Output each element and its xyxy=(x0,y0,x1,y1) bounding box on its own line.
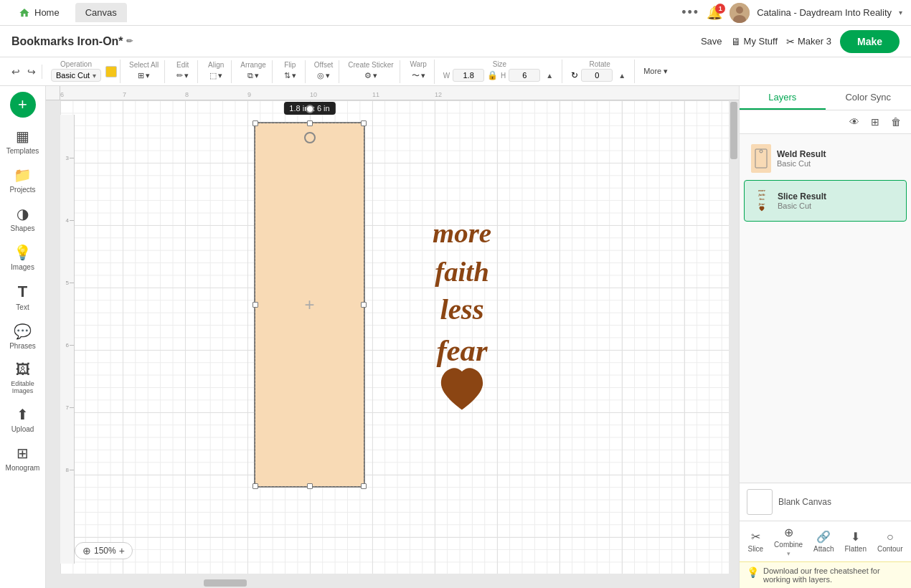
left-tick-3: 3 xyxy=(70,158,74,158)
width-input[interactable] xyxy=(453,69,484,82)
height-input[interactable] xyxy=(509,69,540,82)
templates-label: Templates xyxy=(6,147,39,155)
rotate-input[interactable] xyxy=(581,69,613,82)
blank-canvas-swatch[interactable] xyxy=(747,489,773,515)
layer-item-slice[interactable]: more faith less fear Slice Result Basic … xyxy=(744,180,907,222)
edit-title-icon[interactable]: ✏ xyxy=(126,37,133,46)
sidebar-item-editable-images[interactable]: 🖼 Editable Images xyxy=(3,357,43,399)
home-icon xyxy=(19,7,30,19)
redo-button[interactable]: ↪ xyxy=(24,65,39,79)
offset-chevron: ▾ xyxy=(326,71,330,80)
sidebar-item-projects[interactable]: 📁 Projects xyxy=(3,162,43,198)
notifications-button[interactable]: 🔔 1 xyxy=(707,5,722,21)
arrange-button[interactable]: ⧉ ▾ xyxy=(245,70,262,82)
rotate-up[interactable]: ▲ xyxy=(615,70,628,81)
handle-bottom-left[interactable] xyxy=(252,483,258,489)
rotate-label: Rotate xyxy=(589,61,610,68)
layer-info-weld: Weld Result Basic Cut xyxy=(777,149,900,168)
sidebar-item-images[interactable]: 💡 Images xyxy=(3,240,43,275)
contour-tool[interactable]: ○ Contour xyxy=(877,531,903,553)
warp-icon: 〜 xyxy=(412,70,420,81)
zoom-target-button[interactable]: ⊕ xyxy=(82,545,91,556)
attach-tool[interactable]: 🔗 Attach xyxy=(813,530,834,553)
vertical-scroll-thumb[interactable] xyxy=(730,102,737,159)
align-group: Align ⬚ ▾ xyxy=(201,60,232,83)
align-button[interactable]: ⬚ ▾ xyxy=(207,70,225,82)
undo-button[interactable]: ↩ xyxy=(9,65,23,79)
sidebar-item-phrases[interactable]: 💬 Phrases xyxy=(3,318,43,354)
ruler-tick-11: 11 xyxy=(372,91,435,98)
flatten-tool[interactable]: ⬇ Flatten xyxy=(844,530,867,553)
text-icon: T xyxy=(18,283,27,301)
horizontal-scrollbar[interactable] xyxy=(60,578,729,588)
new-button[interactable]: + xyxy=(10,92,36,118)
zoom-in-button[interactable]: + xyxy=(119,545,125,556)
combine-tool[interactable]: ⊕ Combine ▾ xyxy=(774,526,803,557)
operation-group: Operation Basic Cut ▾ xyxy=(45,60,121,83)
operation-select[interactable]: Basic Cut ▾ xyxy=(51,69,101,82)
flip-button[interactable]: ⇅ ▾ xyxy=(281,70,299,82)
sidebar-item-upload[interactable]: ⬆ Upload xyxy=(3,402,43,437)
sidebar-item-templates[interactable]: ▦ Templates xyxy=(3,123,43,159)
create-sticker-button[interactable]: ⚙ ▾ xyxy=(362,70,380,82)
flip-icon: ⇅ xyxy=(284,71,291,80)
sidebar-item-monogram[interactable]: ⊞ Monogram xyxy=(3,440,43,476)
text-design[interactable]: more faith less fear xyxy=(412,201,512,447)
offset-icon: ◎ xyxy=(317,71,324,80)
title-bar: Bookmarks Iron-On* ✏ Save 🖥 My Stuff ✂ M… xyxy=(0,26,911,57)
layer-thumb-weld-svg xyxy=(754,148,768,169)
tab-layers[interactable]: Layers xyxy=(740,86,826,110)
bookmark-container[interactable]: 1.8 in x 6 in + xyxy=(254,122,365,488)
sidebar-item-shapes[interactable]: ◑ Shapes xyxy=(3,201,43,237)
handle-top-left[interactable] xyxy=(252,120,258,126)
vertical-scrollbar[interactable] xyxy=(729,100,739,578)
right-panel: Layers Color Sync 👁 ⊞ 🗑 Weld Result xyxy=(739,86,911,588)
handle-bottom-right[interactable] xyxy=(361,483,367,489)
color-swatch[interactable] xyxy=(105,66,117,77)
home-tab[interactable]: Home xyxy=(9,3,70,23)
user-avatar[interactable] xyxy=(730,3,750,23)
handle-bottom-mid[interactable] xyxy=(307,483,313,489)
combine-chevron: ▾ xyxy=(787,550,790,557)
warp-button[interactable]: 〜 ▾ xyxy=(409,69,428,82)
height-up[interactable]: ▲ xyxy=(543,70,556,81)
lock-icon[interactable]: 🔒 xyxy=(487,70,498,80)
layer-item-weld[interactable]: Weld Result Basic Cut xyxy=(744,138,907,179)
make-button[interactable]: Make xyxy=(840,30,900,53)
zoom-level: 150% xyxy=(94,546,116,556)
handle-top-mid[interactable] xyxy=(307,120,313,126)
bookmark-shape[interactable]: + xyxy=(254,122,365,488)
operation-item: Operation Basic Cut ▾ xyxy=(48,60,104,83)
edit-item: Edit ✏ ▾ xyxy=(171,60,194,83)
sidebar-item-text[interactable]: T Text xyxy=(3,278,43,316)
canvas-tab[interactable]: Canvas xyxy=(75,3,127,22)
select-all-button[interactable]: ⊞ ▾ xyxy=(135,70,153,82)
canvas-tab-label: Canvas xyxy=(85,7,117,18)
horizontal-scroll-thumb[interactable] xyxy=(204,579,247,587)
my-stuff-button[interactable]: 🖥 My Stuff xyxy=(731,36,778,47)
rotate-handle[interactable] xyxy=(306,105,314,113)
user-menu-chevron[interactable]: ▾ xyxy=(899,9,902,16)
save-button[interactable]: Save xyxy=(701,36,722,47)
monogram-icon: ⊞ xyxy=(16,445,29,462)
handle-mid-left[interactable] xyxy=(252,302,258,308)
tab-color-sync[interactable]: Color Sync xyxy=(826,86,912,110)
select-all-label: Select All xyxy=(129,62,159,69)
offset-button[interactable]: ◎ ▾ xyxy=(314,70,333,82)
blank-canvas-label: Blank Canvas xyxy=(778,497,831,507)
handle-top-right[interactable] xyxy=(361,120,367,126)
more-button[interactable]: More ▾ xyxy=(641,65,671,77)
maker-button[interactable]: ✂ Maker 3 xyxy=(786,36,831,47)
user-name[interactable]: Catalina - Daydream Into Reality xyxy=(757,7,892,18)
slice-tool[interactable]: ✂ Slice xyxy=(747,530,763,553)
combine-label: Combine xyxy=(774,541,803,549)
panel-copy-button[interactable]: ⊞ xyxy=(868,115,882,129)
phrases-label: Phrases xyxy=(9,342,36,350)
edit-button[interactable]: ✏ ▾ xyxy=(174,70,192,82)
home-tab-label: Home xyxy=(34,7,60,18)
handle-mid-right[interactable] xyxy=(361,302,367,308)
panel-eye-button[interactable]: 👁 xyxy=(846,115,862,129)
more-options-button[interactable]: ••• xyxy=(681,5,699,20)
height-label: H xyxy=(501,72,506,80)
panel-delete-button[interactable]: 🗑 xyxy=(888,115,904,129)
